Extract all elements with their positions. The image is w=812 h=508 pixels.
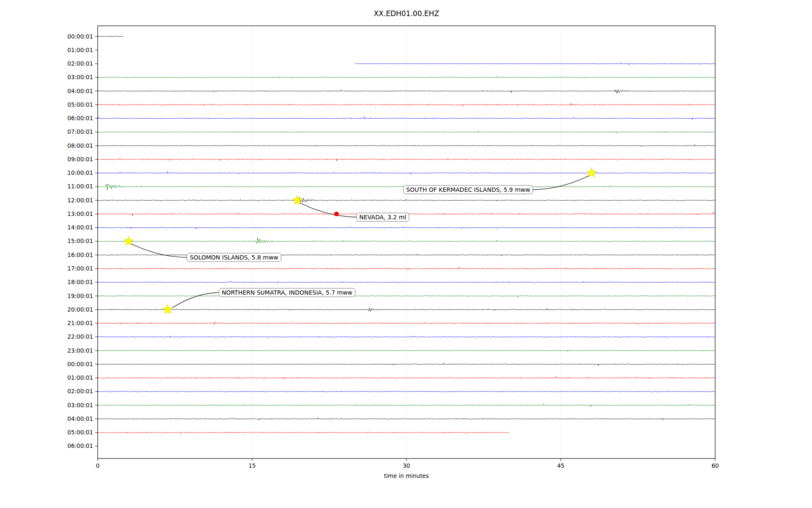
svg-text:20:00:01: 20:00:01 (67, 306, 93, 313)
svg-text:13:00:01: 13:00:01 (67, 210, 93, 217)
event-annotation-solomon: SOLOMON ISLANDS, 5.8 mww (187, 253, 281, 262)
svg-text:05:00:01: 05:00:01 (67, 429, 93, 436)
svg-text:21:00:01: 21:00:01 (67, 320, 93, 326)
svg-text:09:00:01: 09:00:01 (67, 156, 93, 163)
red-event-marker (334, 212, 339, 216)
svg-text:18:00:01: 18:00:01 (67, 279, 93, 285)
svg-text:17:00:01: 17:00:01 (67, 265, 93, 272)
svg-text:05:00:01: 05:00:01 (67, 101, 93, 108)
svg-text:15:00:01: 15:00:01 (67, 237, 93, 244)
svg-text:22:00:01: 22:00:01 (67, 333, 93, 340)
svg-text:03:00:01: 03:00:01 (67, 74, 93, 80)
svg-text:16:00:01: 16:00:01 (67, 251, 93, 258)
svg-text:15: 15 (248, 462, 255, 469)
svg-text:02:00:01: 02:00:01 (67, 388, 93, 395)
event-annotation-kermadec: SOUTH OF KERMADEC ISLANDS, 5.9 mww (403, 185, 533, 194)
event-annotation-sumatra: NORTHERN SUMATRA, INDONESIA, 5.7 mww (219, 288, 355, 297)
event-star-marker (163, 304, 173, 314)
svg-text:45: 45 (557, 462, 564, 469)
svg-text:08:00:01: 08:00:01 (67, 142, 93, 149)
svg-text:02:00:01: 02:00:01 (67, 60, 93, 67)
svg-text:60: 60 (711, 462, 719, 469)
svg-text:23:00:01: 23:00:01 (67, 347, 93, 354)
svg-text:04:00:01: 04:00:01 (67, 415, 93, 422)
svg-text:11:00:01: 11:00:01 (67, 183, 93, 190)
svg-text:01:00:01: 01:00:01 (67, 374, 93, 381)
svg-text:00:00:01: 00:00:01 (67, 361, 93, 367)
svg-text:10:00:01: 10:00:01 (67, 169, 93, 176)
svg-text:12:00:01: 12:00:01 (67, 197, 93, 204)
svg-text:06:00:01: 06:00:01 (67, 115, 93, 121)
svg-text:07:00:01: 07:00:01 (67, 128, 93, 135)
svg-text:0: 0 (96, 462, 100, 469)
svg-text:00:00:01: 00:00:01 (67, 33, 93, 40)
svg-text:14:00:01: 14:00:01 (67, 224, 93, 231)
seismogram-plot: 00:00:0101:00:0102:00:0103:00:0104:00:01… (0, 0, 812, 508)
svg-text:03:00:01: 03:00:01 (67, 402, 93, 409)
x-axis-label: time in minutes (384, 472, 429, 479)
seismogram-page: XX.EDH01.00.EHZ 00:00:0101:00:0102:00:01… (0, 0, 812, 508)
svg-text:01:00:01: 01:00:01 (67, 47, 93, 53)
svg-text:06:00:01: 06:00:01 (67, 442, 93, 449)
svg-text:30: 30 (403, 462, 410, 469)
svg-text:19:00:01: 19:00:01 (67, 293, 93, 299)
event-annotation-nevada: NEVADA, 3.2 ml (357, 213, 409, 221)
svg-text:04:00:01: 04:00:01 (67, 88, 93, 94)
